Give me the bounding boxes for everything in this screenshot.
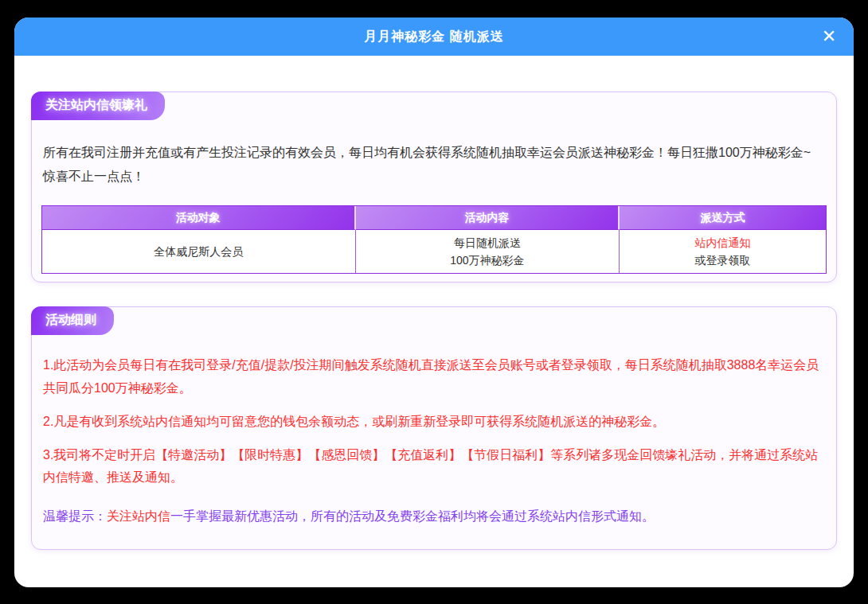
content-line-1: 每日随机派送 [356, 234, 620, 251]
table-header-row: 活动对象 活动内容 派送方式 [42, 206, 826, 230]
tip-line: 温馨提示：关注站内信一手掌握最新优惠活动，所有的活动及免费彩金福利均将会通过系统… [43, 505, 825, 528]
promo-table: 活动对象 活动内容 派送方式 全体威尼斯人会员 每日随机派送 100万神秘彩金 [41, 205, 827, 274]
method-line-1: 站内信通知 [620, 234, 826, 251]
tip-prefix: 温馨提示： [43, 509, 107, 523]
tip-highlight: 关注站内信 [107, 509, 170, 523]
table-row: 全体威尼斯人会员 每日随机派送 100万神秘彩金 站内信通知 或登录领取 [42, 230, 826, 273]
table-header-content: 活动内容 [356, 206, 620, 230]
rule-item-3: 3.我司将不定时开启【特邀活动】【限时特惠】【感恩回馈】【充值返利】【节假日福利… [43, 444, 825, 490]
close-button[interactable]: ✕ [817, 25, 841, 49]
promo-card-badge: 关注站内信领壕礼 [31, 92, 165, 120]
table-cell-target: 全体威尼斯人会员 [42, 230, 356, 273]
promo-info-card: 关注站内信领壕礼 所有在我司注册并充值或有产生投注记录的有效会员，每日均有机会获… [31, 92, 837, 283]
modal-header: 月月神秘彩金 随机派送 ✕ [14, 18, 854, 56]
modal-title: 月月神秘彩金 随机派送 [364, 29, 503, 45]
table-header-method: 派送方式 [620, 206, 826, 230]
close-icon: ✕ [822, 28, 836, 45]
method-line-2: 或登录领取 [620, 251, 826, 269]
rule-item-1: 1.此活动为会员每日有在我司登录/充值/提款/投注期间触发系统随机直接派送至会员… [43, 354, 825, 400]
rules-card-badge: 活动细则 [31, 306, 114, 335]
rules-body: 1.此活动为会员每日有在我司登录/充值/提款/投注期间触发系统随机直接派送至会员… [32, 335, 836, 549]
table-cell-content: 每日随机派送 100万神秘彩金 [356, 230, 620, 273]
promo-description: 所有在我司注册并充值或有产生投注记录的有效会员，每日均有机会获得系统随机抽取幸运… [41, 128, 827, 191]
promo-card-body: 所有在我司注册并充值或有产生投注记录的有效会员，每日均有机会获得系统随机抽取幸运… [32, 120, 836, 282]
tip-rest: 一手掌握最新优惠活动，所有的活动及免费彩金福利均将会通过系统站内信形式通知。 [170, 509, 655, 523]
promo-modal: 月月神秘彩金 随机派送 ✕ 关注站内信领壕礼 所有在我司注册并充值或有产生投注记… [14, 18, 854, 587]
table-cell-method: 站内信通知 或登录领取 [620, 230, 826, 273]
content-line-2: 100万神秘彩金 [356, 251, 620, 269]
rule-item-2: 2.凡是有收到系统站内信通知均可留意您的钱包余额动态，或刷新重新登录即可获得系统… [43, 411, 825, 434]
rules-card: 活动细则 1.此活动为会员每日有在我司登录/充值/提款/投注期间触发系统随机直接… [31, 306, 837, 550]
modal-content: 关注站内信领壕礼 所有在我司注册并充值或有产生投注记录的有效会员，每日均有机会获… [14, 56, 854, 550]
table-header-target: 活动对象 [42, 206, 356, 230]
